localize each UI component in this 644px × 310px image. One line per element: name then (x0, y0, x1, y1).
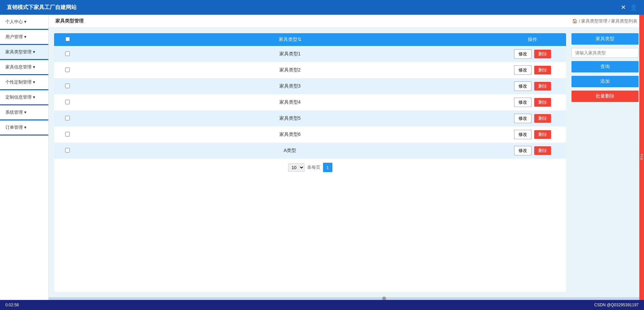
delete-button-6[interactable]: 删除 (534, 130, 551, 139)
breadcrumb-path: 🏠 / 家具类型管理 / 家具类型列表 (572, 18, 637, 24)
query-button[interactable]: 查询 (571, 61, 639, 72)
sidebar-section-system: 系统管理 ▾ (0, 105, 48, 120)
row-checkbox-6[interactable] (65, 132, 70, 137)
row-checkbox-cell (54, 110, 81, 126)
modify-button-4[interactable]: 修改 (514, 98, 532, 107)
row-checkbox-cell (54, 78, 81, 94)
row-actions-6: 修改 删除 (499, 126, 566, 143)
delete-button-4[interactable]: 删除 (534, 98, 551, 107)
table-container: 家具类型⇅ 操作 家具类型1 修改 删除 家具类型2 修改 (54, 33, 566, 292)
pagination-label: 条每页 (307, 164, 320, 170)
row-checkbox-cell (54, 143, 81, 159)
furniture-type-input[interactable] (571, 48, 639, 58)
row-name-4: 家具类型4 (81, 94, 499, 110)
row-name-5: 家具类型5 (81, 110, 499, 126)
row-checkbox-2[interactable] (65, 67, 70, 72)
row-checkbox-4[interactable] (65, 100, 70, 104)
sidebar-section-custom: 个性定制管理 ▾ (0, 75, 48, 90)
col-furniture-type[interactable]: 家具类型⇅ (81, 33, 499, 46)
add-button[interactable]: 添加 (571, 76, 639, 87)
sidebar-item-furniture-info[interactable]: 家具信息管理 ▾ (0, 60, 48, 74)
row-checkbox-5[interactable] (65, 116, 70, 120)
modify-button-6[interactable]: 修改 (514, 130, 532, 139)
sidebar-item-custom-info[interactable]: 定制信息管理 ▾ (0, 90, 48, 104)
col-operations: 操作 (499, 33, 566, 46)
delete-button-7[interactable]: 删除 (534, 146, 551, 155)
delete-button-1[interactable]: 删除 (534, 50, 551, 58)
watermark: CSDN @Q03295391197 (594, 303, 639, 307)
pagination: 102050 条每页 1 (54, 159, 566, 176)
sidebar-item-custom[interactable]: 个性定制管理 ▾ (0, 75, 48, 89)
row-checkbox-1[interactable] (65, 51, 70, 56)
sidebar-section-furniture-info: 家具信息管理 ▾ (0, 60, 48, 75)
user-icon[interactable]: 👤 (630, 4, 637, 11)
row-checkbox-cell (54, 126, 81, 143)
row-checkbox-7[interactable] (65, 148, 70, 153)
row-actions-7: 修改 删除 (499, 143, 566, 159)
horizontal-scrollbar[interactable] (49, 297, 644, 300)
table-row: A类型 修改 删除 (54, 143, 566, 159)
row-name-7: A类型 (81, 143, 499, 159)
col-checkbox (54, 33, 81, 46)
delete-button-5[interactable]: 删除 (534, 114, 551, 123)
row-checkbox-cell (54, 46, 81, 62)
right-edge-bar: top (639, 15, 644, 300)
row-name-1: 家具类型1 (81, 46, 499, 62)
main-content: 家具类型管理 🏠 / 家具类型管理 / 家具类型列表 家具类型⇅ 操作 (49, 15, 644, 300)
page-title: 家具类型管理 (55, 18, 84, 24)
select-all-checkbox[interactable] (65, 37, 70, 41)
sidebar-section-personal: 个人中心 ▾ (0, 15, 48, 30)
row-checkbox-cell (54, 62, 81, 78)
row-actions-1: 修改 删除 (499, 46, 566, 62)
sidebar-item-system[interactable]: 系统管理 ▾ (0, 105, 48, 119)
sidebar: 个人中心 ▾ 用户管理 ▾ 家具类型管理 ▾ 家具信息管理 ▾ 个性定制管理 ▾ (0, 15, 49, 300)
row-name-6: 家具类型6 (81, 126, 499, 143)
modify-button-7[interactable]: 修改 (514, 146, 532, 155)
close-icon[interactable]: ✕ (621, 4, 626, 11)
modify-button-5[interactable]: 修改 (514, 114, 532, 123)
row-actions-4: 修改 删除 (499, 94, 566, 110)
table-row: 家具类型5 修改 删除 (54, 110, 566, 126)
right-panel-title: 家具类型 (571, 33, 639, 45)
sidebar-section-furniture-type: 家具类型管理 ▾ (0, 45, 48, 60)
table-row: 家具类型2 修改 删除 (54, 62, 566, 78)
main-layout: 个人中心 ▾ 用户管理 ▾ 家具类型管理 ▾ 家具信息管理 ▾ 个性定制管理 ▾ (0, 15, 644, 300)
right-panel: 家具类型 查询 添加 批量删除 (571, 33, 639, 292)
row-checkbox-3[interactable] (65, 84, 70, 88)
row-actions-2: 修改 删除 (499, 62, 566, 78)
row-checkbox-cell (54, 94, 81, 110)
page-1-button[interactable]: 1 (323, 163, 332, 172)
delete-button-2[interactable]: 删除 (534, 66, 551, 74)
table-row: 家具类型4 修改 删除 (54, 94, 566, 110)
modify-button-3[interactable]: 修改 (514, 82, 532, 91)
table-row: 家具类型3 修改 删除 (54, 78, 566, 94)
sidebar-item-personal[interactable]: 个人中心 ▾ (0, 15, 48, 29)
row-actions-5: 修改 删除 (499, 110, 566, 126)
sidebar-item-user[interactable]: 用户管理 ▾ (0, 30, 48, 44)
sidebar-section-custom-info: 定制信息管理 ▾ (0, 90, 48, 105)
row-actions-3: 修改 删除 (499, 78, 566, 94)
scrollbar-thumb[interactable] (382, 297, 386, 300)
furniture-type-table: 家具类型⇅ 操作 家具类型1 修改 删除 家具类型2 修改 (54, 33, 566, 159)
table-row: 家具类型6 修改 删除 (54, 126, 566, 143)
page-size-select[interactable]: 102050 (288, 163, 305, 172)
bottom-bar: 0:02:58 CSDN @Q03295391197 (0, 300, 644, 310)
modify-button-2[interactable]: 修改 (514, 65, 532, 75)
delete-button-3[interactable]: 删除 (534, 82, 551, 91)
header-icons: ✕ 👤 (621, 4, 637, 11)
right-edge-text: top (640, 154, 644, 161)
table-row: 家具类型1 修改 删除 (54, 46, 566, 62)
modify-button-1[interactable]: 修改 (514, 49, 532, 59)
sidebar-item-order[interactable]: 订单管理 ▾ (0, 120, 48, 135)
app-title: 直销模式下家具工厂自建网站 (7, 4, 77, 11)
sidebar-section-order: 订单管理 ▾ (0, 120, 48, 136)
top-header: 直销模式下家具工厂自建网站 ✕ 👤 (0, 0, 644, 15)
batch-delete-button[interactable]: 批量删除 (571, 91, 639, 102)
time-display: 0:02:58 (5, 303, 19, 307)
table-header-row: 家具类型⇅ 操作 (54, 33, 566, 46)
content-area: 家具类型⇅ 操作 家具类型1 修改 删除 家具类型2 修改 (49, 28, 644, 297)
sidebar-item-furniture-type[interactable]: 家具类型管理 ▾ (0, 45, 48, 59)
row-name-2: 家具类型2 (81, 62, 499, 78)
row-name-3: 家具类型3 (81, 78, 499, 94)
breadcrumb-bar: 家具类型管理 🏠 / 家具类型管理 / 家具类型列表 (49, 15, 644, 28)
